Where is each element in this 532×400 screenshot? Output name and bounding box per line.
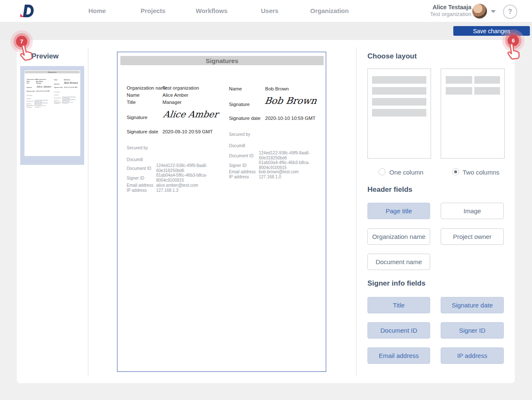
- help-icon[interactable]: ?: [503, 5, 517, 19]
- choose-layout-title: Choose layout: [367, 52, 417, 61]
- field-label: Signature date: [127, 129, 162, 134]
- field-label: Title: [127, 100, 162, 105]
- provider-name: Documill: [127, 157, 143, 162]
- nav-item-home[interactable]: Home: [88, 7, 106, 14]
- field-value: 127.168.1.3: [35, 106, 40, 108]
- field-value: 127.168.1.3: [156, 188, 178, 193]
- field-label: Signature: [127, 115, 162, 120]
- cursor-hand-icon: [503, 41, 522, 64]
- field-value: Alice Amber: [36, 81, 43, 82]
- field-chip-title[interactable]: Title: [367, 297, 430, 313]
- radio-two-columns[interactable]: [452, 168, 459, 175]
- doc-field-row: NameAlice Amber: [127, 93, 188, 98]
- provider-name: Documill: [54, 95, 59, 96]
- header-fields-title: Header fields: [367, 185, 412, 194]
- nav-item-workflows[interactable]: Workflows: [196, 7, 228, 14]
- layout-option-two-columns[interactable]: [441, 69, 505, 159]
- nav-item-users[interactable]: Users: [261, 7, 279, 14]
- doc-secured-row: IP address127.168.1.0: [229, 175, 281, 179]
- field-label: Title: [27, 83, 36, 84]
- field-value: 2020-09-10 20:59 GMT: [162, 129, 213, 134]
- field-chip-page-title[interactable]: Page title: [367, 203, 430, 219]
- doc-field-row: Organization nameTest organization: [127, 85, 199, 90]
- page-header-bar: ‹ Signature Page Template: [0, 22, 532, 40]
- top-navigation-bar: Home Projects Workflows Users Organizati…: [0, 0, 532, 22]
- field-value: Bob Brown: [265, 86, 289, 91]
- signature-handwriting: Alice Amber: [36, 85, 51, 88]
- field-label: Organization name: [127, 85, 162, 90]
- field-label: Signer ID: [127, 176, 156, 180]
- doc-secured-row: Email addressalice.amber@test.com: [127, 183, 198, 188]
- layout-option-one-column[interactable]: [367, 69, 431, 159]
- field-chip-signature-date[interactable]: Signature date: [441, 297, 504, 313]
- field-value: 127.168.1.0: [62, 103, 68, 104]
- provider-name: Documill: [229, 143, 245, 148]
- radio-one-column[interactable]: [378, 168, 386, 175]
- field-chip-organization-name[interactable]: Organization name: [367, 228, 430, 245]
- save-changes-button[interactable]: Save changes: [453, 26, 530, 36]
- field-label: Email address: [127, 183, 156, 188]
- layout-bar: [372, 109, 426, 117]
- field-value: Manager: [162, 100, 181, 105]
- doc-secured-row: Secured by: [229, 132, 250, 137]
- preview-thumbnail-page: Signatures Organization nameTest organiz…: [24, 70, 80, 156]
- field-chip-email-address[interactable]: Email address: [367, 347, 430, 364]
- preview-thumbnail[interactable]: Signatures Organization nameTest organiz…: [20, 66, 84, 165]
- field-chip-document-id[interactable]: Document ID: [367, 322, 430, 339]
- field-chip-ip-address[interactable]: IP address: [441, 347, 504, 364]
- signature-handwriting: Bob Brown: [264, 95, 317, 106]
- doc-field-row: Organization nameTest organization: [27, 79, 46, 80]
- provider-name: Documill: [27, 98, 31, 100]
- doc-field-row: TitleManager: [127, 100, 181, 105]
- secured-by-label: Secured by: [54, 91, 60, 93]
- doc-secured-row: Signer ID61ab03a4-4f6c-46b3-b8ca-8004c91…: [229, 160, 319, 170]
- field-chip-signer-id[interactable]: Signer ID: [441, 322, 504, 339]
- field-label: Name: [127, 93, 162, 98]
- documill-logo-icon[interactable]: [18, 3, 35, 19]
- doc-secured-row: Secured by: [54, 91, 60, 93]
- signer-info-fields-title: Signer info fields: [367, 279, 426, 288]
- doc-field-row: Signature date2020-09-10 20:59 GMT: [127, 129, 213, 134]
- field-chip-project-owner[interactable]: Project owner: [441, 228, 504, 245]
- signature-handwriting: Bob Brown: [64, 82, 78, 85]
- field-value: 2020-10-10 10:59 GMT: [64, 87, 77, 88]
- nav-item-organization[interactable]: Organization: [310, 7, 349, 14]
- doc-field-row: Signature: [229, 102, 265, 107]
- layout-bar: [474, 76, 500, 84]
- chevron-down-icon[interactable]: [491, 10, 496, 13]
- radio-two-columns-label[interactable]: Two columns: [463, 169, 500, 176]
- field-value: bob.brown@test.com: [259, 170, 299, 174]
- doc-secured-row: Documill: [27, 98, 31, 100]
- left-panel-divider: [88, 48, 88, 376]
- field-value: Bob Brown: [64, 79, 70, 80]
- field-label: Signer ID: [27, 103, 35, 104]
- field-label: Name: [229, 86, 265, 91]
- layout-bar: [372, 76, 426, 84]
- right-panel-divider: [356, 48, 356, 376]
- avatar[interactable]: [472, 4, 487, 19]
- document-title-bar: Signatures: [120, 56, 324, 65]
- field-label: Signer ID: [229, 163, 259, 168]
- radio-one-column-label[interactable]: One column: [389, 169, 423, 176]
- layout-bar: [446, 76, 472, 84]
- field-label: Signature: [229, 102, 265, 107]
- doc-secured-row: Document ID124ed122-938c-49f9-8aa8-60e31…: [229, 151, 319, 161]
- doc-secured-row: Document ID124ed122-938c-49f9-8aa8-60e31…: [127, 163, 216, 173]
- field-value: 2020-09-10 20:59 GMT: [36, 90, 50, 92]
- field-chip-document-name[interactable]: Document name: [367, 254, 430, 270]
- field-label: Signature date: [27, 90, 36, 92]
- nav-item-projects[interactable]: Projects: [141, 7, 165, 14]
- secured-by-label: Secured by: [27, 95, 32, 96]
- field-chip-image[interactable]: Image: [441, 203, 504, 219]
- doc-secured-row: Signer ID81ab04a4-5f6c-46b3-b8ca-8004c91…: [127, 173, 216, 183]
- doc-field-row: Signature: [127, 115, 162, 120]
- signature-template-editor: Home Projects Workflows Users Organizati…: [0, 0, 532, 400]
- field-label: IP address: [54, 103, 62, 104]
- doc-secured-row: IP address127.168.1.3: [127, 188, 178, 193]
- field-label: Signature: [27, 87, 36, 88]
- field-label: Name: [54, 79, 64, 80]
- doc-field-row: Signature: [27, 87, 36, 88]
- doc-field-row: NameBob Brown: [229, 86, 289, 91]
- user-name[interactable]: Alice Testaaja: [433, 4, 471, 11]
- field-label: Signer ID: [54, 100, 62, 101]
